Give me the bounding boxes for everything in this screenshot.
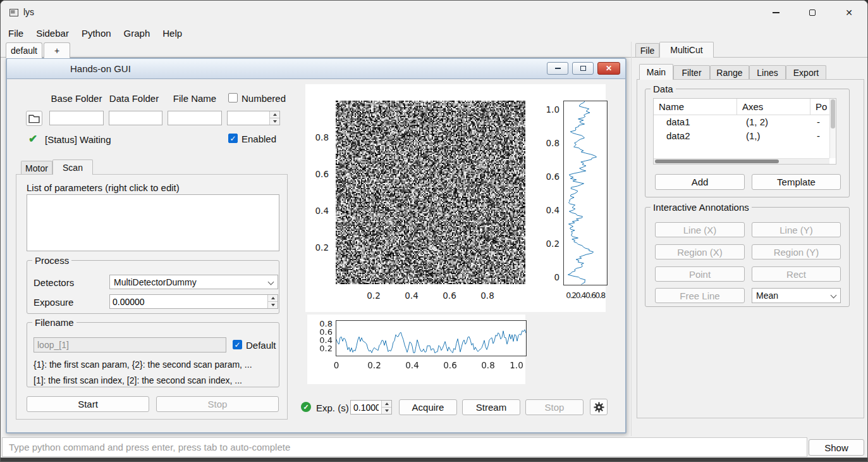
app-icon (9, 8, 19, 20)
file-name-label: File Name (168, 93, 222, 104)
start-button[interactable]: Start (27, 396, 149, 412)
exp-spinbox (350, 400, 392, 415)
numbered-spinbox (227, 111, 280, 125)
free-line-button[interactable]: Free Line (655, 288, 745, 303)
filename-hint-index: [1]: the first scan index, [2]: the seco… (34, 375, 242, 385)
show-button[interactable]: Show (809, 439, 864, 456)
line-x-button[interactable]: Line (X) (655, 222, 745, 237)
column-header-pos: Po (810, 99, 829, 115)
y-tick-label: 0.6 (310, 169, 329, 179)
tab-multicut[interactable]: MultiCut (659, 42, 714, 58)
x-tick-label: 0 (327, 360, 346, 370)
x-tick-label: 1.0 (507, 360, 526, 370)
scan-tab-pane: List of parameters (right click to edit)… (16, 174, 288, 420)
table-vertical-scrollbar[interactable] (829, 99, 836, 158)
noise-image-canvas[interactable] (336, 101, 525, 284)
add-button[interactable]: Add (655, 174, 745, 190)
template-button[interactable]: Template (752, 174, 841, 190)
subwindow-maximize-button[interactable] (572, 62, 594, 75)
exposure-spin-input[interactable] (110, 295, 267, 308)
spin-down-button[interactable] (268, 301, 278, 308)
detectors-combobox[interactable]: MultiDetectorDummy (109, 275, 278, 289)
subwindow-close-button[interactable]: ✕ (597, 62, 620, 75)
rect-button[interactable]: Rect (752, 266, 841, 282)
subwindow-minimize-button[interactable] (547, 62, 568, 75)
numbered-checkbox[interactable] (228, 93, 238, 103)
tab-lines[interactable]: Lines (749, 65, 786, 80)
line-y-button[interactable]: Line (Y) (752, 222, 841, 237)
default-checkbox[interactable]: ✓ (233, 340, 242, 349)
menu-help[interactable]: Help (156, 25, 188, 42)
file-name-input[interactable] (168, 111, 222, 125)
spin-up-button[interactable] (268, 295, 278, 301)
settings-button[interactable] (590, 399, 608, 415)
stop-scan-button[interactable]: Stop (156, 396, 279, 412)
detectors-label: Detectors (34, 277, 74, 288)
region-x-button[interactable]: Region (X) (655, 244, 745, 259)
subwindow-titlebar[interactable]: Hands-on GUI ✕ (7, 59, 625, 79)
horizontal-cut-plot[interactable] (336, 320, 527, 356)
spin-down-button[interactable] (270, 118, 279, 125)
x-tick-label: 0.4 (403, 360, 422, 370)
mean-combobox[interactable]: Mean (752, 288, 841, 303)
scrollbar-thumb[interactable] (655, 159, 779, 163)
filename-group: Filename ✓ Default {1}: the first scan p… (27, 322, 279, 387)
numbered-spin-input[interactable] (228, 111, 269, 125)
window-minimize-button[interactable] (757, 1, 794, 25)
add-tab-button[interactable]: + (44, 42, 70, 58)
mean-value: Mean (756, 290, 778, 301)
stream-button[interactable]: Stream (462, 399, 520, 415)
tab-filter[interactable]: Filter (673, 65, 710, 80)
spin-up-button[interactable] (382, 401, 391, 407)
spin-up-button[interactable] (270, 111, 279, 118)
window-close-button[interactable]: ✕ (831, 1, 867, 25)
tab-export[interactable]: Export (786, 65, 826, 80)
y-tick-label: 0.2 (541, 239, 559, 249)
x-tick-label: 0.8 (478, 290, 497, 301)
up-arrow-icon (385, 403, 389, 405)
tab-main[interactable]: Main (639, 64, 673, 80)
enabled-checkbox[interactable]: ✓ (228, 134, 238, 143)
horizontal-cut-panel: 0.8 0.6 0.4 0.2 0 0.2 0.4 0.6 0.8 1.0 (307, 315, 525, 384)
data-folder-input[interactable] (109, 111, 162, 125)
table-row[interactable]: data2 (1,) - (654, 129, 829, 143)
tab-range[interactable]: Range (710, 65, 749, 80)
x-tick-label: 0.2 (365, 360, 384, 370)
stop-acquire-button[interactable]: Stop (525, 399, 584, 415)
menu-graph[interactable]: Graph (118, 25, 157, 42)
table-horizontal-scrollbar[interactable] (654, 158, 829, 164)
tab-default[interactable]: default (6, 42, 42, 58)
mdi-area: Hands-on GUI ✕ Base Folder Data Folder F… (1, 58, 631, 436)
subwindow-caption-buttons: ✕ (547, 62, 620, 75)
acquire-button[interactable]: Acquire (399, 399, 457, 415)
window-maximize-button[interactable] (794, 1, 831, 25)
table-row[interactable]: data1 (1, 2) - (654, 115, 829, 129)
vertical-cut-canvas[interactable] (564, 101, 607, 285)
tab-file[interactable]: File (635, 43, 659, 57)
filename-input[interactable] (34, 337, 226, 353)
exp-spin-input[interactable] (351, 401, 381, 414)
menu-file[interactable]: File (2, 25, 30, 42)
params-list-textarea[interactable] (27, 194, 279, 251)
folder-icon (28, 114, 40, 123)
browse-folder-button[interactable] (26, 111, 42, 126)
tab-scan[interactable]: Scan (52, 159, 93, 175)
horizontal-cut-canvas[interactable] (336, 321, 526, 356)
menu-sidebar[interactable]: Sidebar (30, 25, 75, 42)
scrollbar-thumb[interactable] (831, 99, 835, 128)
spin-buttons (381, 401, 391, 414)
point-button[interactable]: Point (655, 266, 745, 282)
spin-down-button[interactable] (382, 407, 391, 414)
region-y-button[interactable]: Region (Y) (752, 244, 841, 259)
base-folder-input[interactable] (49, 111, 104, 125)
filename-group-title: Filename (32, 317, 76, 328)
menu-python[interactable]: Python (75, 25, 118, 42)
hands-on-gui-window: Hands-on GUI ✕ Base Folder Data Folder F… (6, 58, 627, 434)
vertical-cut-plot[interactable] (563, 101, 608, 285)
tab-motor[interactable]: Motor (21, 161, 52, 175)
subwindow-body: Base Folder Data Folder File Name Number… (7, 79, 625, 432)
process-group: Process Detectors MultiDetectorDummy Exp… (27, 260, 279, 314)
command-bar: Show (1, 437, 867, 458)
python-command-input[interactable] (2, 437, 807, 457)
x-tick-label: 0.2 (364, 290, 383, 301)
